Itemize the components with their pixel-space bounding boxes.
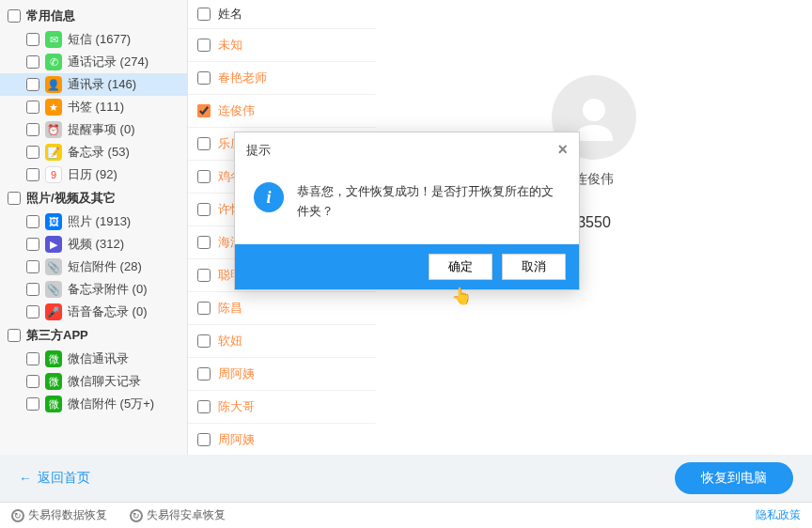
sidebar-item-sms-attach[interactable]: 📎短信附件 (28)	[0, 256, 187, 278]
sidebar-item-notes-attach[interactable]: 📎备忘录附件 (0)	[0, 278, 187, 301]
item-checkbox[interactable]	[26, 375, 39, 388]
sidebar-item-sms[interactable]: ✉短信 (1677)	[0, 28, 187, 51]
sidebar-item-wechat-contacts[interactable]: 微微信通讯录	[0, 348, 187, 370]
contact-name: 陈昌	[218, 300, 242, 317]
item-label: 提醒事项 (0)	[68, 121, 135, 138]
contact-row[interactable]: 周阿姨	[188, 358, 376, 391]
item-label: 短信 (1677)	[68, 31, 131, 48]
calendar-icon: 9	[45, 166, 62, 183]
item-checkbox[interactable]	[26, 78, 39, 91]
restore-button[interactable]: 恢复到电脑	[675, 462, 793, 494]
row-checkbox[interactable]	[197, 203, 211, 216]
dialog-message: 恭喜您，文件恢复成功！是否打开恢复所在的文件夹？	[297, 182, 560, 222]
item-checkbox[interactable]	[26, 123, 39, 136]
contact-row[interactable]: 软妞	[188, 325, 376, 358]
footer-android-recovery[interactable]: ↻ 失易得安卓恢复	[130, 507, 226, 523]
close-icon[interactable]: ×	[557, 140, 568, 160]
select-all-checkbox[interactable]	[197, 8, 211, 21]
item-checkbox[interactable]	[26, 168, 39, 181]
privacy-link[interactable]: 隐私政策	[756, 507, 801, 523]
item-checkbox[interactable]	[26, 33, 39, 46]
row-checkbox[interactable]	[197, 302, 211, 315]
item-checkbox[interactable]	[26, 305, 39, 318]
item-label: 微信通讯录	[68, 350, 129, 367]
contact-row[interactable]: 陈昌	[188, 292, 376, 325]
contact-row[interactable]: 春艳老师	[188, 62, 376, 95]
contact-name: 连俊伟	[218, 102, 255, 119]
sidebar-item-photos[interactable]: 🖼照片 (1913)	[0, 210, 187, 233]
contact-row[interactable]: 周阿姨	[188, 424, 376, 455]
contact-row[interactable]: 未知	[188, 29, 376, 62]
footer-data-recovery[interactable]: ↻ 失易得数据恢复	[11, 507, 107, 523]
item-label: 短信附件 (28)	[68, 258, 142, 275]
sidebar-item-reminders[interactable]: ⏰提醒事项 (0)	[0, 118, 187, 141]
photos-icon: 🖼	[45, 213, 62, 230]
item-checkbox[interactable]	[26, 215, 39, 228]
item-checkbox[interactable]	[26, 283, 39, 296]
sidebar-item-contacts[interactable]: 👤通讯录 (146)	[0, 73, 187, 96]
bookmark-icon: ★	[45, 99, 62, 116]
row-checkbox[interactable]	[197, 170, 211, 183]
row-checkbox[interactable]	[197, 400, 211, 413]
sidebar-item-notes[interactable]: 📝备忘录 (53)	[0, 141, 187, 163]
sidebar-item-calls[interactable]: ✆通话记录 (274)	[0, 51, 187, 73]
item-checkbox[interactable]	[26, 101, 39, 114]
footer-label: 失易得数据恢复	[28, 507, 107, 523]
item-checkbox[interactable]	[26, 55, 39, 69]
sidebar: 常用信息 ✉短信 (1677) ✆通话记录 (274) 👤通讯录 (146) ★…	[0, 0, 188, 455]
item-label: 备忘录附件 (0)	[68, 281, 148, 298]
ok-button[interactable]: 确定	[429, 254, 492, 280]
row-checkbox[interactable]	[197, 39, 211, 52]
item-checkbox[interactable]	[26, 260, 39, 273]
svg-point-0	[583, 99, 605, 121]
item-checkbox[interactable]	[26, 238, 39, 251]
row-checkbox[interactable]	[197, 71, 211, 85]
category-label: 照片/视频及其它	[26, 190, 116, 207]
item-checkbox[interactable]	[26, 146, 39, 159]
contact-name: 陈大哥	[218, 398, 255, 415]
bottom-bar: ← 返回首页 恢复到电脑	[0, 455, 812, 502]
row-checkbox[interactable]	[197, 433, 211, 446]
row-checkbox[interactable]	[197, 236, 211, 249]
sidebar-item-wechat-chat[interactable]: 微微信聊天记录	[0, 370, 187, 393]
contact-name: 软妞	[218, 333, 242, 349]
contacts-icon: 👤	[45, 76, 62, 93]
wechat-icon: 微	[45, 350, 62, 367]
sidebar-item-voice[interactable]: 🎤语音备忘录 (0)	[0, 301, 187, 323]
refresh-icon: ↻	[11, 509, 24, 522]
item-label: 照片 (1913)	[68, 213, 131, 230]
mic-icon: 🎤	[45, 303, 62, 320]
item-label: 微信聊天记录	[68, 373, 141, 390]
cancel-button[interactable]: 取消	[502, 254, 566, 280]
row-checkbox[interactable]	[197, 367, 211, 380]
category-checkbox[interactable]	[8, 9, 21, 23]
row-checkbox[interactable]	[197, 334, 211, 348]
item-label: 语音备忘录 (0)	[68, 303, 148, 320]
sidebar-item-videos[interactable]: ▶视频 (312)	[0, 233, 187, 256]
dialog-footer: 确定 取消	[235, 244, 579, 289]
category-checkbox[interactable]	[8, 192, 21, 205]
category-media: 照片/视频及其它	[0, 186, 187, 210]
category-checkbox[interactable]	[8, 329, 21, 342]
contact-row[interactable]: 陈大哥	[188, 391, 376, 424]
category-thirdparty: 第三方APP	[0, 323, 187, 348]
back-link[interactable]: ← 返回首页	[19, 470, 90, 487]
contact-name: 周阿姨	[218, 365, 255, 382]
row-checkbox[interactable]	[197, 137, 211, 150]
list-header: 姓名	[188, 0, 376, 29]
video-icon: ▶	[45, 236, 62, 253]
item-label: 视频 (312)	[68, 236, 124, 253]
contact-row[interactable]: 连俊伟	[188, 95, 376, 128]
item-label: 书签 (111)	[68, 99, 124, 116]
item-checkbox[interactable]	[26, 397, 39, 411]
sidebar-item-wechat-attach[interactable]: 微微信附件 (5万+)	[0, 393, 187, 415]
row-checkbox[interactable]	[197, 104, 211, 117]
contact-name: 周阿姨	[218, 431, 255, 448]
sidebar-item-calendar[interactable]: 9日历 (92)	[0, 163, 187, 186]
footer: ↻ 失易得数据恢复 ↻ 失易得安卓恢复 隐私政策	[0, 502, 812, 528]
sms-icon: ✉	[45, 31, 62, 48]
sidebar-item-bookmarks[interactable]: ★书签 (111)	[0, 96, 187, 118]
row-checkbox[interactable]	[197, 269, 211, 282]
dialog-body: i 恭喜您，文件恢复成功！是否打开恢复所在的文件夹？	[235, 167, 579, 244]
item-checkbox[interactable]	[26, 352, 39, 365]
